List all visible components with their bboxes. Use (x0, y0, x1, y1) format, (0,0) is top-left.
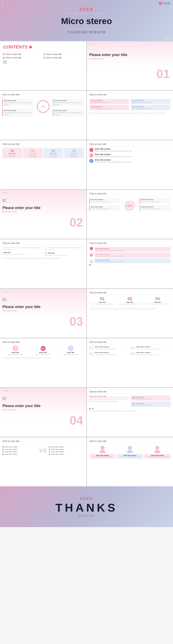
slide-header-10[interactable]: Click to enter title (89, 341, 171, 344)
numbered-steps-slide: Click to enter title 01 Enter title Clic… (0, 140, 86, 189)
svg-point-5 (128, 446, 132, 450)
slide-header-13[interactable]: Click to enter title (89, 440, 171, 443)
head-item-1: Enter Title content Click on the topic C… (89, 445, 116, 458)
section-03-title: Please enter your title (2, 305, 84, 309)
nav-dots-02 (2, 192, 84, 193)
circle-right-1: Enter title content Click on the topic C… (140, 198, 171, 204)
info-right-block-1: Enter title content Click on the topic C… (131, 396, 171, 401)
timeline-title-1: Enter title content (95, 148, 171, 150)
dot-blue (44, 54, 45, 55)
right-block-1: Click to enter title Enter title content… (131, 99, 171, 104)
cross-bottom: Click on the topic Click on the topic Cl… (2, 258, 84, 259)
circle-right-2: Enter title content Click on the topic C… (140, 205, 171, 211)
section-01-sub: Enter title content (89, 58, 171, 60)
timeline-content-2: Enter title content Click on the topic C… (95, 154, 171, 158)
contents-item-2[interactable]: Click to enter title (44, 53, 83, 56)
vs-dot-blue-3 (49, 451, 50, 452)
timeline-icon-3: 3 (89, 159, 93, 163)
thanks-year: 20XX (80, 496, 93, 501)
numbered-col-slide: Click to enter title 01 Enter title Clic… (87, 289, 173, 338)
info-right-block-2: Enter title content Click on the topic C… (131, 402, 171, 407)
grid-item-04: 04 Enter title content Click on the topi… (131, 352, 171, 356)
section-number-03: 03 (70, 316, 83, 328)
head-content-1: Enter Title content Click on the topic C… (89, 454, 116, 458)
timeline-title-2: Enter title content (95, 154, 171, 156)
section-number-02: 02 (70, 216, 83, 228)
cross-content-slide: Click to enter title Click on the topic … (0, 240, 86, 288)
bottom-content-area: Click on the topic Click on the topic Cl… (89, 306, 171, 310)
main-title: Micro stereo (61, 16, 112, 26)
circle-center-area: Click toenter title (122, 198, 138, 214)
step-indicators: 1 2 3 (89, 247, 93, 263)
num-col-3: 03 Enter title Click on topic Click on t… (145, 296, 171, 305)
svg-point-7 (155, 446, 159, 450)
logo-icon (159, 2, 163, 5)
circle-left-1: Enter title content Click on the topic C… (89, 198, 120, 204)
section-02-title: Please enter your title (2, 206, 84, 210)
contents-item-4[interactable]: Click to enter title (44, 57, 83, 59)
slide-header-4[interactable]: Click to enter title (89, 143, 171, 146)
info-title-left: Enter title content title (89, 396, 129, 398)
head-svg-3 (153, 445, 162, 453)
slide-header-11[interactable]: Click to enter title (89, 390, 171, 394)
vs-dot-pink-1 (2, 446, 4, 448)
slide-header-9[interactable]: Click to enter title (2, 341, 84, 344)
left-block-2: Click to enter title Enter title content… (89, 105, 129, 110)
section-04-slide: 04 Please enter your title Enter title c… (0, 388, 86, 437)
slide-header-5[interactable]: Click to enter title (89, 192, 171, 196)
slide-header-2[interactable]: Click to enter title (89, 93, 171, 97)
cross-text-2: Click on the topic Click on the topic Cl… (45, 247, 84, 250)
section-number-01: 01 (156, 68, 170, 80)
circle-center[interactable]: Click toenter title (37, 100, 49, 113)
step-content-3: Enter title content Click on the topic C… (95, 258, 171, 263)
svg-point-8 (155, 450, 160, 453)
section-03-slide: 03 Please enter your title Enter title c… (0, 289, 86, 338)
step-content-1: Enter title content Click on the topic C… (95, 247, 171, 252)
vs-label: VS (39, 448, 47, 454)
contents-item-1[interactable]: Click to enter title (3, 53, 42, 56)
logo-area: 演示通 (159, 2, 170, 5)
contents-item-3[interactable]: Click to enter title (3, 57, 42, 59)
section-04-title: Please enter your title (2, 404, 84, 408)
deco-square-bottom (89, 264, 171, 266)
slide-header-1[interactable]: Click to enter title (2, 93, 84, 97)
divider (3, 51, 83, 52)
circle-diagram: Click toenter title (35, 98, 51, 115)
head-content-2: Enter Title content Click on the topic C… (117, 454, 143, 458)
vs-left-3: Enter title content (2, 451, 37, 453)
slide-header-7[interactable]: Click to enter title (89, 242, 171, 245)
num-col-2: 02 Enter title Click on topic Click on t… (117, 296, 143, 305)
slide-header-8[interactable]: Click to enter title (89, 291, 171, 295)
timeline-title-3: Enter title content (95, 159, 171, 161)
nav-dots-title (165, 38, 170, 39)
section-01-slide: 01 Please enter your title Enter title c… (87, 41, 173, 90)
dot-blue-2 (44, 57, 45, 58)
vs-left-side: Enter title content Enter title content … (2, 445, 37, 456)
grid-2x2: 01 Enter title content Click on the topi… (89, 346, 171, 356)
step-arrows: 01 Enter title Click on topic Click on t… (2, 148, 84, 158)
step-1: 01 Enter title Click on topic Click on t… (2, 148, 22, 158)
timeline-desc-2: Click on the topic Click on the topic Cl… (95, 156, 171, 158)
slide-header-3[interactable]: Click to enter title (2, 143, 84, 146)
cross-right: Click on the topic Click on the topic Cl… (45, 247, 84, 256)
circle-center-text[interactable]: Click toenter title (127, 204, 133, 207)
vs-container: Enter title content Enter title content … (2, 445, 84, 456)
timeline-item-3: 3 Enter title content Click on the topic… (89, 159, 171, 163)
logo-text: 演示通 (164, 2, 170, 5)
hamburger-03 (2, 298, 84, 301)
nav-dots-03 (2, 291, 84, 292)
hamburger-deco (3, 61, 83, 63)
nav-dots (89, 44, 171, 44)
info-left: Enter title content title Click on the t… (89, 396, 129, 407)
left-block-1: Click to enter title Enter title content… (89, 99, 129, 104)
svg-point-4 (100, 450, 105, 453)
col-right: Click to enter title Enter title content… (131, 98, 171, 111)
vs-left-2: Enter title content (2, 448, 37, 450)
thanks-slide: 20XX THANKS 感谢您的观看 (0, 486, 173, 527)
info-panel-content: Enter title content title Click on the t… (89, 396, 171, 407)
circle-right-content: Enter title content Click on the topic C… (89, 198, 171, 214)
slide-header-6[interactable]: Click to enter title (2, 242, 84, 245)
cross-sub-1: Click on topic Click on topic Click on t… (2, 254, 41, 255)
cross-sub-2: Click on topic Click on topic Click on t… (45, 255, 84, 256)
slide-header-12[interactable]: Click to enter title (2, 440, 84, 443)
